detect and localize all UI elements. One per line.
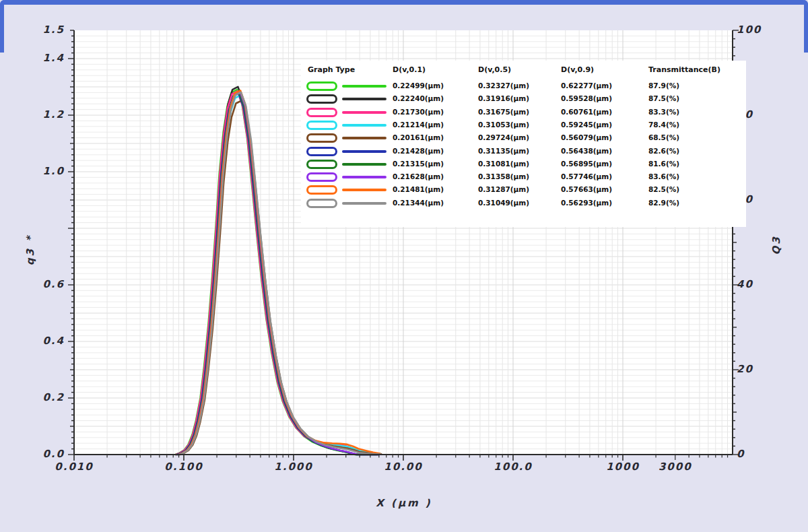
- y-left-tick-label: 1.2: [0, 108, 65, 121]
- legend-value: 0.31081(µm): [478, 160, 529, 168]
- legend-value: 81.6(%): [648, 160, 679, 168]
- y-right-tick-label: 20: [737, 363, 753, 375]
- legend-swatch: [306, 147, 337, 156]
- legend-value: 0.56293(µm): [561, 199, 612, 207]
- legend-value: 0.32327(µm): [478, 81, 529, 90]
- legend-value: 0.59245(µm): [561, 121, 612, 129]
- legend-value: 0.21428(µm): [393, 147, 444, 155]
- legend-swatch: [306, 121, 337, 130]
- legend-value: 82.5(%): [648, 185, 679, 193]
- legend-line-sample: [342, 111, 386, 114]
- x-tick-label: 1000: [606, 461, 640, 473]
- y-left-tick-label: 0.0: [0, 448, 65, 460]
- legend-value: 0.21315(µm): [393, 160, 444, 168]
- legend-value: 0.60761(µm): [561, 108, 612, 116]
- y-left-tick-label: 0.2: [0, 391, 65, 403]
- legend-swatch: [306, 108, 337, 117]
- legend-value: 87.5(%): [648, 94, 679, 102]
- x-axis-title: X (µm ): [364, 497, 444, 509]
- legend-value: 82.6(%): [648, 147, 679, 155]
- legend-value: 0.31675(µm): [478, 108, 529, 116]
- legend-value: 83.6(%): [648, 172, 679, 180]
- legend-value: 0.31049(µm): [478, 199, 529, 207]
- legend-value: 0.56895(µm): [561, 160, 612, 168]
- legend-value: 0.21214(µm): [393, 121, 444, 129]
- legend-value: 0.31916(µm): [478, 94, 529, 102]
- legend-line-sample: [342, 189, 386, 191]
- x-tick-label: 1.000: [274, 461, 312, 473]
- legend-header: D(v,0.9): [561, 65, 594, 74]
- legend-line-sample: [342, 150, 386, 153]
- legend-line-sample: [342, 85, 386, 88]
- legend-value: 0.20161(µm): [393, 133, 444, 141]
- legend-value: 0.57746(µm): [561, 172, 612, 180]
- legend-value: 0.56438(µm): [561, 147, 612, 155]
- x-tick-label: 3000: [659, 461, 692, 473]
- legend-swatch: [306, 133, 337, 143]
- legend-value: 0.59528(µm): [561, 94, 612, 102]
- legend-value: 0.22240(µm): [393, 94, 444, 102]
- x-tick-label: 0.100: [164, 461, 203, 473]
- legend-line-sample: [342, 124, 386, 127]
- x-tick-label: 100.0: [494, 461, 532, 473]
- legend-header: Transmittance(B): [648, 65, 720, 74]
- y-left-tick-label: 0.6: [0, 278, 65, 290]
- y-axis-title-left: q3 *: [24, 226, 36, 273]
- legend-value: 0.22499(µm): [393, 81, 444, 90]
- particle-size-chart-window: 1.51.41.21.00.60.40.20.01008060402000.01…: [0, 0, 808, 532]
- legend-value: 0.62277(µm): [561, 81, 612, 90]
- legend-value: 0.29724(µm): [478, 133, 529, 141]
- y-right-tick-label: 40: [737, 278, 753, 290]
- y-left-tick-label: 1.0: [0, 165, 65, 177]
- legend-swatch: [306, 185, 337, 195]
- legend-swatch: [306, 160, 337, 169]
- legend-value: 83.3(%): [648, 108, 679, 116]
- legend-line-sample: [342, 137, 386, 139]
- legend-value: 82.9(%): [648, 199, 679, 207]
- legend-value: 0.56079(µm): [561, 133, 612, 141]
- legend-header: D(v,0.5): [478, 65, 511, 74]
- y-right-tick-label: 100: [737, 24, 762, 36]
- legend-value: 0.31135(µm): [478, 147, 529, 155]
- legend-value: 0.21481(µm): [393, 185, 444, 193]
- y-left-tick-label: 1.4: [0, 52, 65, 64]
- legend-line-sample: [342, 176, 386, 178]
- legend-swatch: [306, 94, 337, 104]
- legend-header: D(v,0.1): [393, 65, 426, 74]
- legend-swatch: [306, 172, 337, 182]
- legend-value: 0.21344(µm): [393, 199, 444, 207]
- y-left-tick-label: 0.4: [0, 335, 65, 347]
- legend-value: 68.5(%): [648, 133, 679, 141]
- legend-swatch: [306, 199, 337, 208]
- y-axis-title-right: Q3: [770, 222, 782, 269]
- legend-line-sample: [342, 202, 386, 205]
- legend-header: Graph Type: [308, 65, 355, 74]
- legend-value: 0.21628(µm): [393, 172, 444, 180]
- legend-value: 0.21730(µm): [393, 108, 444, 116]
- legend-value: 87.9(%): [648, 81, 679, 90]
- legend-value: 0.31358(µm): [478, 172, 529, 180]
- y-left-tick-label: 1.5: [0, 24, 65, 36]
- legend-line-sample: [342, 98, 386, 100]
- y-right-tick-label: 0: [737, 448, 745, 460]
- legend-line-sample: [342, 163, 386, 166]
- legend-swatch: [306, 81, 337, 91]
- legend-value: 78.4(%): [648, 121, 679, 129]
- x-tick-label: 0.010: [55, 461, 93, 473]
- legend-value: 0.31053(µm): [478, 121, 529, 129]
- legend-value: 0.31287(µm): [478, 185, 529, 193]
- x-tick-label: 10.00: [384, 461, 422, 473]
- legend-box: Graph TypeD(v,0.1)D(v,0.5)D(v,0.9)Transm…: [301, 61, 746, 227]
- legend-value: 0.57663(µm): [561, 185, 612, 193]
